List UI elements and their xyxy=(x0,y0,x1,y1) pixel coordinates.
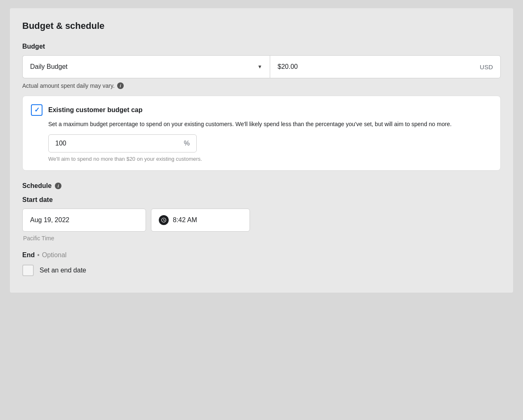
percentage-field[interactable]: 100 % xyxy=(48,134,197,153)
start-time-field[interactable]: 8:42 AM xyxy=(151,209,250,232)
checkmark-icon: ✓ xyxy=(34,107,40,113)
schedule-title: Schedule xyxy=(22,182,52,190)
schedule-header: Schedule i xyxy=(22,182,501,190)
budget-section: Budget Daily Budget ▼ $20.00 USD Actual … xyxy=(22,43,501,171)
cap-title: Existing customer budget cap xyxy=(48,106,142,114)
info-icon: i xyxy=(117,82,124,89)
schedule-info-icon: i xyxy=(55,183,61,189)
clock-icon xyxy=(159,215,169,225)
end-header: End • Optional xyxy=(22,251,501,259)
cap-description: Set a maximum budget percentage to spend… xyxy=(48,120,492,129)
cap-header: ✓ Existing customer budget cap xyxy=(31,104,492,116)
start-date-field[interactable]: Aug 19, 2022 xyxy=(22,209,146,232)
budget-label: Budget xyxy=(22,43,501,50)
end-section: End • Optional Set an end date xyxy=(22,251,501,276)
percentage-value: 100 xyxy=(55,140,66,147)
budget-amount-value: $20.00 xyxy=(278,63,298,70)
cap-checkbox[interactable]: ✓ xyxy=(31,104,42,116)
budget-row: Daily Budget ▼ $20.00 USD xyxy=(22,55,501,78)
budget-info-row: Actual amount spent daily may vary. i xyxy=(22,82,501,89)
percent-symbol: % xyxy=(184,140,190,147)
end-date-label: Set an end date xyxy=(40,267,86,274)
optional-label: Optional xyxy=(42,251,67,259)
timezone-label: Pacific Time xyxy=(23,235,501,242)
budget-info-text: Actual amount spent daily may vary. xyxy=(22,82,115,89)
schedule-section: Schedule i Start date Aug 19, 2022 8:42 … xyxy=(22,182,501,276)
percentage-field-wrapper: 100 % xyxy=(48,134,492,153)
page-title: Budget & schedule xyxy=(22,21,501,31)
chevron-down-icon: ▼ xyxy=(257,64,262,70)
start-time-value: 8:42 AM xyxy=(173,216,197,224)
cap-card: ✓ Existing customer budget cap Set a max… xyxy=(22,96,501,171)
start-date-label: Start date xyxy=(22,196,501,204)
budget-type-label: Daily Budget xyxy=(30,63,68,70)
budget-amount-field[interactable]: $20.00 USD xyxy=(270,55,501,78)
end-bullet: • xyxy=(37,251,40,259)
end-row: Set an end date xyxy=(22,265,501,276)
currency-label: USD xyxy=(480,63,493,70)
start-date-value: Aug 19, 2022 xyxy=(30,216,69,224)
end-date-checkbox[interactable] xyxy=(22,265,34,276)
main-container: Budget & schedule Budget Daily Budget ▼ … xyxy=(10,8,513,293)
end-label: End xyxy=(22,251,35,259)
budget-type-select[interactable]: Daily Budget ▼ xyxy=(22,55,270,78)
date-time-row: Aug 19, 2022 8:42 AM xyxy=(22,209,501,232)
cap-note: We'll aim to spend no more than $20 on y… xyxy=(48,156,492,162)
